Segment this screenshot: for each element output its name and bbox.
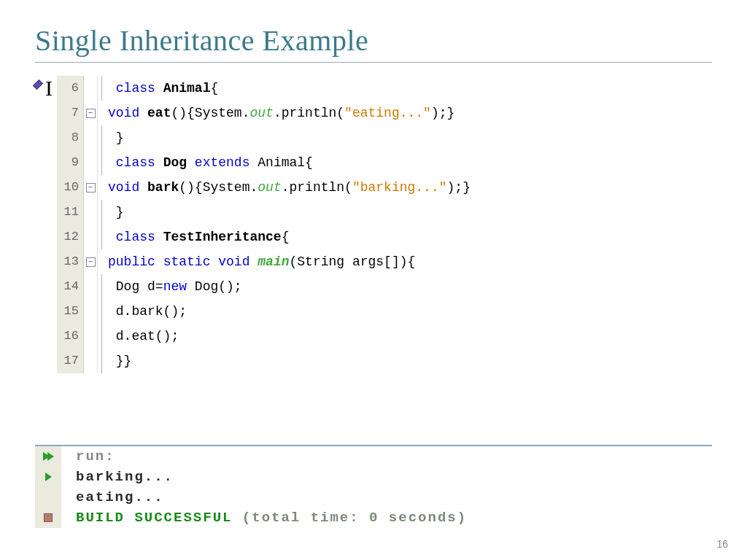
- line-number: 6: [57, 76, 84, 101]
- output-gutter: [35, 467, 61, 487]
- line-number: 8: [57, 125, 84, 150]
- output-panel: run:barking...eating...BUILD SUCCESSFUL …: [35, 445, 712, 528]
- code-line: 11 }: [57, 200, 712, 225]
- output-line: eating...: [35, 487, 712, 508]
- code-text: class Animal{: [105, 76, 218, 101]
- code-line: 15 d.bark();: [57, 299, 712, 324]
- indent-guide: [98, 76, 105, 101]
- bullet-letter: I: [45, 76, 53, 101]
- code-text: class TestInheritance{: [105, 225, 289, 249]
- code-line: 6 class Animal{: [57, 76, 712, 101]
- fold-gutter: −: [84, 101, 98, 125]
- line-number: 17: [57, 349, 84, 373]
- line-number: 9: [57, 150, 84, 175]
- fold-gutter: [84, 225, 98, 249]
- indent-guide: [98, 299, 105, 324]
- line-number: 16: [57, 324, 84, 349]
- output-line: BUILD SUCCESSFUL (total time: 0 seconds): [35, 508, 712, 528]
- fold-gutter: [84, 125, 98, 150]
- code-text: class Dog extends Animal{: [105, 150, 313, 175]
- output-gutter: [35, 487, 61, 508]
- code-text: d.eat();: [105, 324, 179, 349]
- output-gutter: [35, 446, 61, 467]
- diamond-bullet-icon: [33, 79, 43, 90]
- code-line: 10−void bark(){System.out.println("barki…: [57, 175, 712, 200]
- run-icon[interactable]: [45, 472, 52, 481]
- line-number: 15: [57, 299, 84, 324]
- output-line: barking...: [35, 467, 712, 487]
- code-text: d.bark();: [105, 299, 187, 324]
- page-number: 16: [716, 538, 728, 550]
- indent-guide: [98, 274, 105, 299]
- indent-guide: [98, 324, 105, 349]
- code-line: 12 class TestInheritance{: [57, 225, 712, 249]
- fold-gutter: [84, 349, 98, 373]
- line-number: 11: [57, 200, 84, 225]
- fold-gutter: [84, 76, 98, 101]
- fold-gutter: [84, 299, 98, 324]
- indent-guide: [98, 200, 105, 225]
- output-gutter: [35, 508, 61, 528]
- fold-minus-icon[interactable]: −: [86, 183, 96, 192]
- line-number: 14: [57, 274, 84, 299]
- line-number: 13: [57, 249, 84, 274]
- code-text: }: [105, 200, 124, 225]
- indent-guide: [98, 101, 105, 125]
- code-text: void bark(){System.out.println("barking.…: [105, 175, 471, 200]
- indent-guide: [98, 225, 105, 249]
- code-line: 13−public static void main(String args[]…: [57, 249, 712, 274]
- output-text: eating...: [61, 489, 164, 505]
- output-text: barking...: [61, 469, 174, 485]
- content-row: I 6 class Animal{7−void eat(){System.out…: [35, 76, 712, 373]
- stop-icon[interactable]: [44, 513, 53, 522]
- fold-gutter: −: [84, 249, 98, 274]
- output-text: run:: [61, 448, 115, 464]
- code-line: 14 Dog d=new Dog();: [57, 274, 712, 299]
- indent-guide: [98, 150, 105, 175]
- output-line: run:: [35, 446, 712, 467]
- slide-title: Single Inheritance Example: [35, 23, 712, 58]
- indent-guide: [98, 175, 105, 200]
- code-editor: 6 class Animal{7−void eat(){System.out.p…: [57, 76, 712, 373]
- fold-minus-icon[interactable]: −: [86, 257, 96, 267]
- fold-gutter: [84, 150, 98, 175]
- line-number: 7: [57, 101, 84, 125]
- output-text: BUILD SUCCESSFUL (total time: 0 seconds): [61, 510, 467, 526]
- code-line: 16 d.eat();: [57, 324, 712, 349]
- code-text: }: [105, 125, 124, 150]
- code-text: void eat(){System.out.println("eating...…: [105, 101, 454, 125]
- fold-gutter: −: [84, 175, 98, 200]
- bullet-column: I: [35, 76, 53, 101]
- slide-container: Single Inheritance Example I 6 class Ani…: [0, 0, 747, 560]
- fold-gutter: [84, 324, 98, 349]
- fold-gutter: [84, 274, 98, 299]
- code-text: public static void main(String args[]){: [105, 249, 415, 274]
- line-number: 12: [57, 225, 84, 249]
- fold-minus-icon[interactable]: −: [86, 109, 96, 118]
- code-text: }}: [105, 349, 131, 373]
- indent-guide: [98, 249, 105, 274]
- code-line: 9 class Dog extends Animal{: [57, 150, 712, 175]
- code-text: Dog d=new Dog();: [105, 274, 242, 299]
- fold-gutter: [84, 200, 98, 225]
- code-line: 7−void eat(){System.out.println("eating.…: [57, 101, 712, 125]
- indent-guide: [98, 125, 105, 150]
- title-divider: [35, 62, 712, 63]
- indent-guide: [98, 349, 105, 373]
- line-number: 10: [57, 175, 84, 200]
- code-line: 17 }}: [57, 349, 712, 373]
- code-line: 8 }: [57, 125, 712, 150]
- run-icon[interactable]: [47, 452, 54, 461]
